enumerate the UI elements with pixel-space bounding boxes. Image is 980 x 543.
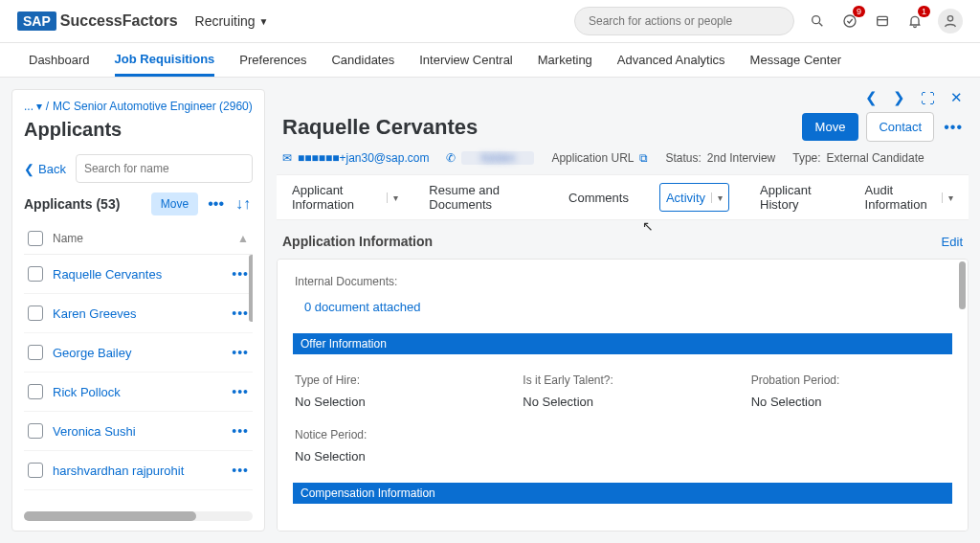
field-probation-period: Probation Period: No Selection — [751, 373, 950, 409]
chevron-left-icon: ❮ — [24, 162, 34, 176]
row-menu-icon[interactable]: ••• — [232, 384, 249, 399]
list-item[interactable]: harshvardhan rajpurohit ••• — [24, 451, 253, 490]
list-item[interactable]: George Bailey ••• — [24, 333, 253, 373]
applicant-name-link[interactable]: Veronica Sushi — [53, 424, 222, 439]
row-checkbox[interactable] — [28, 463, 43, 478]
user-avatar[interactable] — [938, 9, 963, 34]
top-icon-group: 9 1 — [808, 9, 963, 34]
navtab-message-center[interactable]: Message Center — [750, 43, 841, 77]
svg-point-4 — [947, 16, 952, 21]
list-item[interactable]: Raquelle Cervantes ••• — [24, 255, 253, 294]
offer-fields-grid: Type of Hire: No Selection Is it Early T… — [295, 373, 950, 464]
subtab-audit-information[interactable]: Audit Information▾ — [865, 183, 953, 212]
subtab-activity[interactable]: Activity▾ — [659, 183, 729, 212]
row-menu-icon[interactable]: ••• — [232, 266, 249, 282]
app-url-label: Application URL — [551, 151, 634, 165]
navtab-advanced-analytics[interactable]: Advanced Analytics — [617, 43, 725, 77]
svg-rect-3 — [878, 16, 888, 25]
chevron-down-icon[interactable]: ▾ — [711, 192, 723, 203]
back-button[interactable]: ❮ Back — [24, 162, 66, 176]
row-checkbox[interactable] — [28, 305, 43, 321]
content-scrollbar[interactable] — [959, 261, 966, 309]
navtab-marketing[interactable]: Marketing — [538, 43, 592, 77]
applicant-name-link[interactable]: harshvardhan rajpurohit — [53, 464, 222, 478]
select-all-checkbox[interactable] — [28, 231, 43, 246]
scroll-up-icon[interactable]: ▲ — [237, 232, 249, 245]
row-checkbox[interactable] — [28, 423, 43, 439]
back-label: Back — [38, 162, 66, 176]
chevron-down-icon[interactable]: ▾ — [942, 192, 953, 203]
breadcrumb[interactable]: ... ▾ / MC Senior Automotive Engineer (2… — [24, 100, 253, 113]
status-label: Status: — [665, 151, 701, 165]
chevron-down-icon[interactable]: ▾ — [387, 192, 398, 203]
brand-logo: SAP SuccessFactors — [17, 11, 178, 31]
navtab-dashboard[interactable]: Dashboard — [29, 43, 90, 77]
search-icon[interactable] — [808, 11, 827, 31]
status-value: 2nd Interview — [707, 151, 775, 165]
applicant-name-link[interactable]: Karen Greeves — [53, 306, 222, 321]
next-candidate-icon[interactable]: ❯ — [893, 89, 905, 106]
sidebar-move-button[interactable]: Move — [151, 192, 198, 215]
module-label: Recruiting — [195, 13, 256, 29]
more-options-icon[interactable]: ••• — [206, 195, 226, 213]
list-item[interactable]: Veronica Sushi ••• — [24, 412, 253, 451]
name-column-header[interactable]: Name — [53, 232, 83, 245]
row-checkbox[interactable] — [28, 266, 43, 282]
section-header-row: Application Information Edit — [277, 220, 969, 259]
navtab-preferences[interactable]: Preferences — [239, 43, 306, 77]
move-button[interactable]: Move — [802, 113, 859, 141]
breadcrumb-prefix[interactable]: ... ▾ / — [24, 100, 49, 113]
horizontal-scrollbar[interactable] — [24, 511, 253, 521]
svg-line-1 — [819, 23, 822, 26]
row-checkbox[interactable] — [28, 384, 43, 399]
applicant-list[interactable]: Raquelle Cervantes ••• Karen Greeves •••… — [24, 255, 253, 508]
h-scroll-thumb[interactable] — [24, 511, 196, 521]
field-type-of-hire: Type of Hire: No Selection — [295, 373, 494, 409]
name-search-input[interactable] — [76, 154, 253, 183]
bell-icon[interactable]: 1 — [905, 11, 924, 31]
inbox-icon[interactable] — [873, 11, 892, 31]
field-early-talent: Is it Early Talent?: No Selection — [523, 373, 722, 409]
candidate-phone[interactable]: hidden — [461, 151, 534, 165]
sidebar-scrollbar[interactable] — [249, 255, 253, 322]
navtab-interview-central[interactable]: Interview Central — [419, 43, 513, 77]
applicants-sidebar: ... ▾ / MC Senior Automotive Engineer (2… — [11, 89, 265, 532]
candidate-detail-panel: ❮ ❯ ⛶ ✕ Raquelle Cervantes Move Contact … — [277, 89, 969, 532]
detail-subtabs: Applicant Information▾ Resume and Docume… — [277, 174, 969, 220]
applicant-name-link[interactable]: George Bailey — [53, 346, 222, 360]
field-notice-period: Notice Period: No Selection — [295, 428, 494, 464]
subtab-applicant-information[interactable]: Applicant Information▾ — [292, 183, 398, 212]
contact-button[interactable]: Contact — [866, 112, 934, 142]
todo-badge: 9 — [853, 6, 865, 17]
applicant-name-link[interactable]: Raquelle Cervantes — [53, 267, 222, 282]
close-icon[interactable]: ✕ — [950, 89, 963, 106]
edit-button[interactable]: Edit — [942, 235, 963, 249]
more-actions-icon[interactable]: ••• — [944, 119, 963, 136]
row-menu-icon[interactable]: ••• — [232, 305, 249, 321]
breadcrumb-requisition[interactable]: MC Senior Automotive Engineer (2960) — [53, 100, 253, 113]
expand-icon[interactable]: ⛶ — [921, 90, 935, 106]
subtab-applicant-history[interactable]: Applicant History — [760, 183, 835, 212]
module-dropdown[interactable]: Recruiting ▼ — [195, 13, 269, 29]
email-icon: ✉ — [282, 151, 292, 165]
global-search-input[interactable] — [574, 7, 794, 35]
navtab-job-requisitions[interactable]: Job Requisitions — [115, 43, 215, 77]
applicant-name-link[interactable]: Rick Pollock — [53, 385, 222, 399]
row-menu-icon[interactable]: ••• — [232, 345, 249, 360]
prev-candidate-icon[interactable]: ❮ — [865, 89, 878, 106]
documents-attached-link[interactable]: 0 document attached — [304, 300, 420, 314]
list-item[interactable]: Rick Pollock ••• — [24, 373, 253, 412]
subtab-resume-documents[interactable]: Resume and Documents — [429, 183, 538, 212]
row-menu-icon[interactable]: ••• — [232, 423, 249, 439]
candidate-email[interactable]: ■■■■■■+jan30@sap.com — [298, 151, 429, 165]
caret-down-icon: ▼ — [259, 16, 269, 27]
list-item[interactable]: Karen Greeves ••• — [24, 294, 253, 333]
row-menu-icon[interactable]: ••• — [232, 463, 249, 478]
offer-info-bar: Offer Information — [293, 333, 952, 354]
navtab-candidates[interactable]: Candidates — [331, 43, 394, 77]
todo-icon[interactable]: 9 — [840, 11, 859, 31]
subtab-comments[interactable]: Comments — [568, 183, 629, 212]
copy-icon[interactable]: ⧉ — [639, 151, 648, 165]
row-checkbox[interactable] — [28, 345, 43, 360]
sort-icon[interactable]: ↓↑ — [234, 195, 253, 213]
